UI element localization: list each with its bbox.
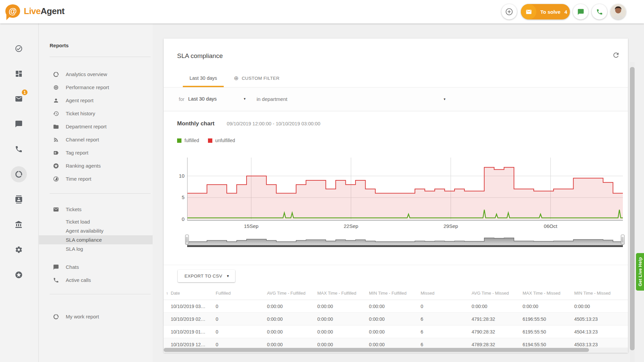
sidebar-item[interactable]: Time report xyxy=(39,172,153,185)
rail-reports[interactable] xyxy=(11,166,27,182)
rail-tasks[interactable] xyxy=(11,41,27,57)
tab-custom-filter[interactable]: ⊕ CUSTOM FILTER xyxy=(234,75,279,81)
table-row[interactable]: 10/10/2019 02… 0 0:00:00 0:00:00 0:00:00… xyxy=(164,313,628,325)
sidebar-item[interactable]: Performance report xyxy=(39,81,153,94)
sidebar-item[interactable]: Department report xyxy=(39,120,153,133)
to-solve-count: 4 xyxy=(565,9,567,15)
cell-max-fulfilled: 0:00:00 xyxy=(317,329,369,335)
calls-button[interactable] xyxy=(592,4,607,19)
cell-date: 10/10/2019 03… xyxy=(171,304,216,309)
cell-min-fulfilled: 0:00:00 xyxy=(369,329,421,335)
vertical-scrollbar[interactable] xyxy=(630,62,635,362)
refresh-button[interactable] xyxy=(612,51,622,61)
sidebar-item-label: Ranking agents xyxy=(66,163,101,169)
sidebar-item-label: Ticket history xyxy=(66,111,95,116)
rail-chats[interactable] xyxy=(11,116,27,132)
rail-tickets[interactable]: 1 xyxy=(11,91,27,107)
contact-card-icon xyxy=(15,195,23,203)
sla-area-chart[interactable] xyxy=(187,158,623,221)
cell-date: 10/10/2019 01… xyxy=(171,329,216,335)
sidebar-title: Reports xyxy=(50,43,69,48)
chat-icon xyxy=(15,120,23,128)
page-title: SLA compliance xyxy=(177,52,223,60)
rail-dashboard[interactable] xyxy=(11,66,27,82)
logo-bubble-icon: @ xyxy=(5,4,20,18)
cell-max-fulfilled: 0:00:00 xyxy=(317,316,369,322)
phone-icon xyxy=(53,277,59,283)
column-header[interactable]: AVG Time - Missed xyxy=(472,291,523,296)
export-to-csv-button[interactable]: EXPORT TO CSV ▼ xyxy=(178,270,235,282)
column-header[interactable]: AVG Time - Fulfilled xyxy=(267,291,317,296)
vertical-scrollbar-thumb[interactable] xyxy=(630,67,635,350)
sidebar-item[interactable]: Agent report xyxy=(39,94,153,107)
column-header[interactable]: MAX Time - Missed xyxy=(523,291,574,296)
cell-min-fulfilled: 0:00:00 xyxy=(369,304,421,309)
cell-missed: 0 xyxy=(421,304,472,309)
rail-academy[interactable] xyxy=(11,217,27,233)
sidebar-item-my-work-report[interactable]: My work report xyxy=(39,310,153,323)
export-label: EXPORT TO CSV xyxy=(184,274,222,279)
add-button[interactable] xyxy=(501,4,517,19)
rail-addons[interactable] xyxy=(11,267,27,283)
column-header[interactable]: MAX Time - Fulfilled xyxy=(317,291,369,296)
sidebar-item-tickets[interactable]: Tickets xyxy=(39,203,153,216)
sidebar-subitem[interactable]: SLA log xyxy=(39,244,153,253)
legend-label: fulfilled xyxy=(184,138,199,143)
get-live-help-tab[interactable]: Get Live Help xyxy=(636,253,644,291)
liveagent-logo[interactable]: @ LiveAgent xyxy=(5,4,64,18)
cell-min-missed: 4504:13:23 xyxy=(574,329,628,335)
to-solve-label: To solve xyxy=(540,9,560,15)
column-header[interactable]: MIN Time - Fulfilled xyxy=(369,291,421,296)
chats-button[interactable] xyxy=(573,4,588,19)
divider xyxy=(50,193,151,194)
sidebar-item-label: Analytics overview xyxy=(66,71,107,77)
range-handle-left[interactable] xyxy=(185,235,189,245)
date-range-value: Last 30 days xyxy=(188,96,217,102)
department-dropdown[interactable]: in department ▼ xyxy=(257,96,354,102)
sidebar-subitem-label: Agent availability xyxy=(66,228,104,234)
sidebar-item[interactable]: Ranking agents xyxy=(39,159,153,172)
to-solve-button[interactable]: To solve 4 xyxy=(521,4,570,19)
pie-chart-icon xyxy=(53,314,59,320)
legend-fulfilled: fulfilled xyxy=(177,138,199,143)
table-row[interactable]: 10/10/2019 01… 0 0:00:00 0:00:00 0:00:00… xyxy=(164,325,628,338)
sidebar-subitem[interactable]: Agent availability xyxy=(39,226,153,235)
sidebar-item[interactable]: Analytics overview xyxy=(39,68,153,81)
cell-fulfilled: 0 xyxy=(216,342,267,347)
main-panel: SLA compliance Last 30 days ⊕ CUSTOM FIL… xyxy=(164,39,628,353)
horizontal-scrollbar-thumb[interactable] xyxy=(164,348,589,352)
cell-avg-missed: 4790:28:32 xyxy=(472,329,523,335)
rail-calls[interactable] xyxy=(11,141,27,157)
sidebar-subitem[interactable]: Ticket load xyxy=(39,217,153,226)
rail-settings[interactable] xyxy=(11,242,27,258)
column-header[interactable]: Fulfilled xyxy=(216,291,267,296)
chart-range-navigator[interactable] xyxy=(187,236,623,247)
sort-icon[interactable]: ↑↓ xyxy=(166,291,167,295)
user-avatar[interactable] xyxy=(610,4,626,19)
gear-icon xyxy=(15,246,23,254)
sidebar-item-active-calls[interactable]: Active calls xyxy=(39,274,153,287)
date-range-dropdown[interactable]: Last 30 days ▼ xyxy=(188,96,249,102)
sidebar-item[interactable]: Channel report xyxy=(39,133,153,146)
horizontal-scrollbar[interactable] xyxy=(164,348,628,352)
sidebar-item-chats[interactable]: Chats xyxy=(39,260,153,274)
rail-customers[interactable] xyxy=(11,191,27,207)
tab-last-30-days[interactable]: Last 30 days xyxy=(183,75,224,81)
sidebar-item-icon xyxy=(53,150,59,156)
refresh-icon xyxy=(612,51,620,59)
column-header[interactable]: Missed xyxy=(421,291,472,296)
cell-max-missed: 6195:55:50 xyxy=(523,329,574,335)
chat-icon xyxy=(577,8,584,15)
reports-menu: Analytics overview Performance report Ag… xyxy=(39,68,153,185)
column-header[interactable]: MIN Time - Missed xyxy=(574,291,628,296)
range-handle-right[interactable] xyxy=(621,235,625,245)
cell-max-fulfilled: 0:00:00 xyxy=(317,304,369,309)
x-axis: 15Sep22Sep29Sep06Oct xyxy=(187,223,623,230)
table-row[interactable]: 10/10/2019 03… 0 0:00:00 0:00:00 0:00:00… xyxy=(164,300,628,313)
sidebar-subitem[interactable]: SLA compliance xyxy=(39,235,153,244)
filter-bar: for Last 30 days ▼ in department ▼ xyxy=(164,87,628,111)
sidebar-item[interactable]: Ticket history xyxy=(39,107,153,120)
sidebar-item[interactable]: Tag report xyxy=(39,146,153,159)
column-header[interactable]: Date xyxy=(171,291,216,296)
department-value: in department xyxy=(257,96,287,102)
